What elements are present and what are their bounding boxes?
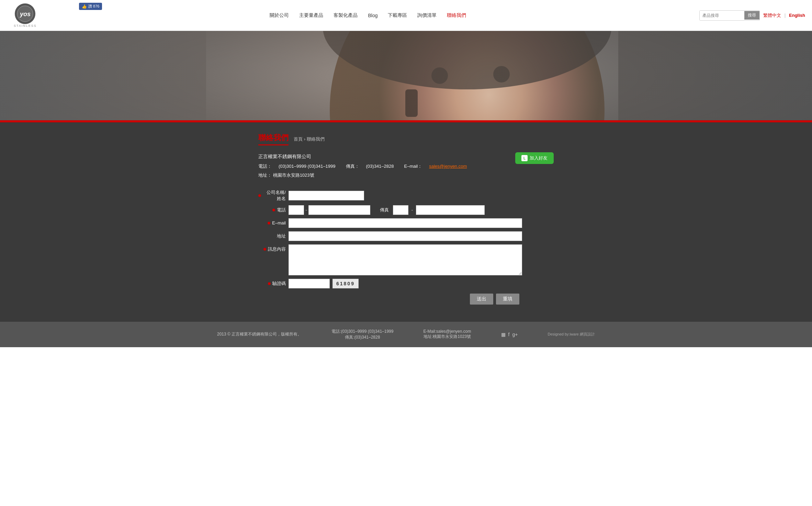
company-info-block: 正言權業不銹鋼有限公司 電話： (03)301–9999 (03)341–199… <box>258 152 515 179</box>
logo-text: STAINLESS <box>14 24 37 28</box>
address-form-label: 地址 <box>258 233 286 239</box>
footer-address: 地址:桃園市永安路1023號 <box>424 334 471 340</box>
captcha-input[interactable] <box>289 279 330 288</box>
email-value[interactable]: sales@jenyen.com <box>429 162 467 170</box>
logo-circle: yos <box>15 3 35 24</box>
message-label: 訊息內容 <box>258 246 286 252</box>
form-buttons: 送出 重填 <box>258 294 519 305</box>
facebook-icon[interactable]: f <box>508 332 510 337</box>
google-plus-icon[interactable]: g+ <box>512 332 518 337</box>
company-name-label: 公司名稱/姓名 <box>258 189 286 202</box>
address-form-row: 地址 <box>258 231 554 241</box>
fax-row-label: 傳真 <box>380 207 389 213</box>
breadcrumb: 首頁 › 聯絡我們 <box>294 136 325 142</box>
logo-svg: yos <box>16 5 34 22</box>
nav-contact[interactable]: 聯絡我們 <box>447 12 466 19</box>
tel-value: (03)301–9999 (03)341–1999 <box>279 162 336 170</box>
language-switch: 繁體中文 ｜ English <box>763 12 805 19</box>
company-info: 正言權業不銹鋼有限公司 電話： (03)301–9999 (03)341–199… <box>258 152 515 186</box>
rss-icon[interactable]: ▦ <box>501 332 506 337</box>
required-dot-company <box>258 194 261 197</box>
email-input[interactable] <box>289 218 522 228</box>
search-button[interactable]: 搜尋 <box>744 11 759 20</box>
tel-label: 電話： <box>258 162 272 170</box>
email-label: E–mail： <box>404 162 422 170</box>
fb-like-button[interactable]: 👍 讚 876 <box>79 3 102 10</box>
footer-copyright: 2013 © 正言權業不銹鋼有限公司，版權所有。 <box>217 331 302 337</box>
main-content: 聯絡我們 首頁 › 聯絡我們 正言權業不銹鋼有限公司 電話： (03)301–9… <box>0 122 812 322</box>
nav-about[interactable]: 關於公司 <box>270 12 289 19</box>
footer-fax: 傳真:(03)341–2828 <box>331 334 393 340</box>
footer: 2013 © 正言權業不銹鋼有限公司，版權所有。 電話:(03)301–9999… <box>0 322 812 347</box>
required-dot-captcha <box>268 282 271 285</box>
phone-number-input[interactable] <box>308 205 370 215</box>
footer-tel: 電話:(03)301–9999 (03)341–1999 <box>331 329 393 334</box>
address-input[interactable] <box>289 231 522 241</box>
address-row: 地址： 桃園市永安路1023號 <box>258 171 515 179</box>
search-input[interactable] <box>700 11 744 20</box>
nav-custom[interactable]: 客製化產品 <box>334 12 358 19</box>
address-value: 桃園市永安路1023號 <box>273 173 314 178</box>
required-dot-phone <box>272 209 275 211</box>
thumbs-up-icon: 👍 <box>82 4 87 9</box>
fax-label: 傳真： <box>346 162 359 170</box>
container: 聯絡我們 首頁 › 聯絡我們 正言權業不銹鋼有限公司 電話： (03)301–9… <box>251 133 561 305</box>
breadcrumb-home[interactable]: 首頁 <box>294 136 303 142</box>
footer-email: E-Mail:sales@jenyen.com <box>424 329 471 334</box>
message-row: 訊息內容 <box>258 244 554 275</box>
phone-prefix-input[interactable] <box>289 205 304 215</box>
submit-button[interactable]: 送出 <box>470 294 493 305</box>
header-right: 搜尋 繁體中文 ｜ English <box>699 10 805 21</box>
nav-products[interactable]: 主要量產品 <box>299 12 323 19</box>
captcha-row: 驗證碼 61809 <box>258 279 554 288</box>
phone-fax-row: 電話 - 傳真 - <box>258 205 554 215</box>
phone-dash: - <box>305 207 307 213</box>
captcha-label: 驗證碼 <box>258 280 286 287</box>
nav-blog[interactable]: Blog <box>368 13 377 18</box>
captcha-area: 61809 <box>289 279 359 288</box>
lang-separator: ｜ <box>783 12 787 19</box>
required-dot-message <box>263 248 266 251</box>
company-name: 正言權業不銹鋼有限公司 <box>258 152 515 161</box>
company-name-input[interactable] <box>289 191 364 200</box>
company-name-row: 公司名稱/姓名 <box>258 189 554 202</box>
required-dot-email <box>268 222 270 224</box>
nav-download[interactable]: 下載專區 <box>388 12 407 19</box>
page-title: 聯絡我們 <box>258 133 289 145</box>
line-add-friend-button[interactable]: L 加入好友 <box>515 152 554 164</box>
line-icon: L <box>521 155 528 161</box>
footer-right: Designed by:iware 網頁設計 <box>548 332 595 337</box>
hero-overlay <box>0 31 812 120</box>
message-textarea[interactable] <box>289 244 522 275</box>
phone-label: 電話 <box>258 207 286 213</box>
breadcrumb-current: 聯絡我們 <box>307 136 325 142</box>
company-info-row: 正言權業不銹鋼有限公司 電話： (03)301–9999 (03)341–199… <box>258 152 554 186</box>
page-title-row: 聯絡我們 首頁 › 聯絡我們 <box>258 133 554 145</box>
fax-dash: - <box>411 207 413 213</box>
fax-value: (03)341–2828 <box>366 162 394 170</box>
email-form-label: E–mail <box>258 220 286 226</box>
footer-social-icons: ▦ f g+ <box>501 332 518 337</box>
fax-prefix-input[interactable] <box>393 205 408 215</box>
phone-area: - <box>289 205 370 215</box>
lang-en-link[interactable]: English <box>789 13 805 18</box>
reset-button[interactable]: 重填 <box>496 294 519 305</box>
footer-designed: Designed by:iware 網頁設計 <box>548 332 595 337</box>
contact-form: 公司名稱/姓名 電話 - 傳真 - <box>258 189 554 305</box>
fax-number-input[interactable] <box>416 205 485 215</box>
footer-left: 2013 © 正言權業不銹鋼有限公司，版權所有。 <box>217 331 302 337</box>
captcha-image: 61809 <box>332 279 359 288</box>
footer-content: 2013 © 正言權業不銹鋼有限公司，版權所有。 電話:(03)301–9999… <box>217 329 595 340</box>
nav-inquiry[interactable]: 詢價清單 <box>417 12 437 19</box>
footer-email-block: E-Mail:sales@jenyen.com 地址:桃園市永安路1023號 <box>424 329 471 340</box>
hero-image <box>0 31 812 120</box>
search-box: 搜尋 <box>699 10 760 21</box>
svg-text:yos: yos <box>20 11 31 18</box>
hero-banner <box>0 31 812 120</box>
line-btn-label: 加入好友 <box>530 155 548 161</box>
main-nav: 關於公司 主要量產品 客製化產品 Blog 下載專區 詢價清單 聯絡我們 <box>37 12 699 19</box>
breadcrumb-sep: › <box>304 136 305 142</box>
logo[interactable]: yos STAINLESS <box>14 3 37 28</box>
lang-zh-link[interactable]: 繁體中文 <box>763 12 781 19</box>
fb-count: 讚 876 <box>88 4 99 9</box>
